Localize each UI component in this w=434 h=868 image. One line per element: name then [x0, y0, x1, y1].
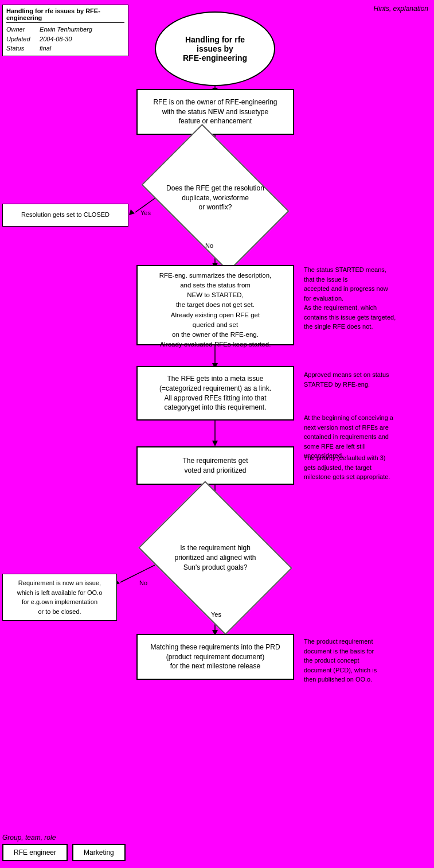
button-group: RFE engineer Marketing	[2, 844, 151, 861]
no-label-2: No	[139, 579, 147, 586]
hint-text-4: The priority (defaulted with 3) gets adj…	[304, 453, 413, 482]
diamond-node-1: Does the RFE get the resolution duplicat…	[154, 155, 277, 241]
rfe-engineer-button[interactable]: RFE engineer	[2, 844, 68, 861]
rect3-text: The RFE gets into a meta issue (=categor…	[159, 374, 271, 412]
svg-line-14	[120, 565, 155, 582]
diamond-node-2: Is the requirement high prioritized and …	[154, 511, 277, 605]
rect-node-5: Matching these requirements into the PRD…	[136, 634, 294, 680]
rect-node-2: RFE-eng. summarizes the description, and…	[136, 265, 294, 345]
oval-text: Handling for rfe issues by RFE-engineeri…	[183, 35, 247, 63]
info-updated: Updated 2004-08-30	[6, 34, 124, 44]
rect-node-3: The RFE gets into a meta issue (=categor…	[136, 366, 294, 421]
hints-label: Hints, explanation	[374, 5, 428, 13]
not-aligned-text: Requirement is now an issue, which is le…	[17, 579, 103, 615]
diagram: Handling for rfe issues by RFE-engineeri…	[0, 0, 434, 868]
rect4-text: The requirements get voted and prioritiz…	[182, 456, 248, 476]
info-box: Handling for rfe issues by RFE-engineeri…	[2, 5, 128, 56]
no-label-1: No	[205, 242, 213, 249]
svg-marker-5	[129, 209, 135, 215]
info-box-title: Handling for rfe issues by RFE-engineeri…	[6, 7, 124, 23]
yes-label-1: Yes	[140, 209, 151, 216]
info-owner: Owner Erwin Tenhumberg	[6, 25, 124, 34]
rect5-text: Matching these requirements into the PRD…	[150, 643, 280, 671]
hint-text-5: The product requirement document is the …	[304, 637, 413, 684]
bottom-section: Group, team, role RFE engineer Marketing	[2, 834, 151, 861]
rect-node-1: RFE is on the owner of RFE-engineering w…	[136, 89, 294, 135]
rect2-text: RFE-eng. summarizes the description, and…	[159, 272, 272, 348]
diamond1-text: Does the RFE get the resolution duplicat…	[154, 155, 277, 241]
group-label: Group, team, role	[2, 834, 151, 842]
marketing-button[interactable]: Marketing	[72, 844, 126, 861]
hint-text-3: Approved means set on status STARTED by …	[304, 370, 413, 389]
closed-text: Resolution gets set to CLOSED	[21, 211, 110, 219]
yes-label-2: Yes	[211, 611, 221, 618]
rect-node-4: The requirements get voted and prioritiz…	[136, 446, 294, 485]
not-aligned-box: Requirement is now an issue, which is le…	[2, 574, 117, 621]
oval-node: Handling for rfe issues by RFE-engineeri…	[155, 11, 275, 86]
closed-box: Resolution gets set to CLOSED	[2, 204, 128, 227]
hint-text-2: The status STARTED means, that the issue…	[304, 265, 413, 332]
rect1-text: RFE is on the owner of RFE-engineering w…	[153, 98, 277, 126]
svg-marker-11	[212, 441, 218, 446]
info-status: Status final	[6, 44, 124, 53]
diamond2-text: Is the requirement high prioritized and …	[154, 511, 277, 605]
